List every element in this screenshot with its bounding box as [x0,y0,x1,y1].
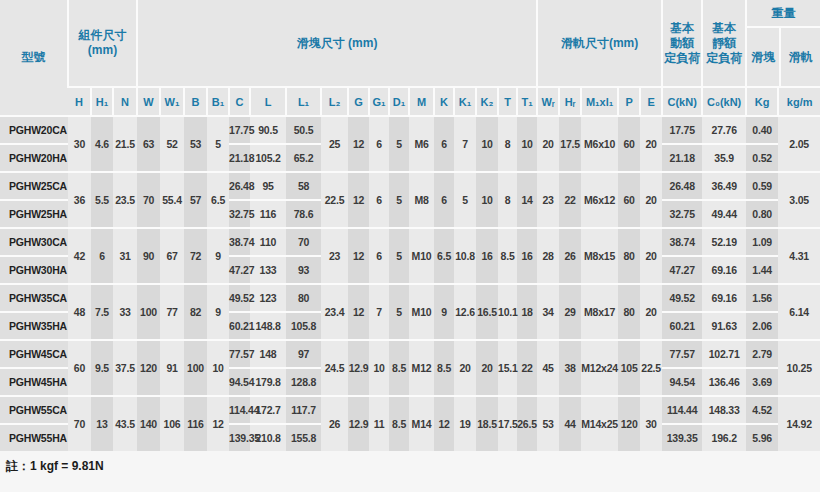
value-cell: 94.54 [229,368,250,396]
value-cell: 35.9 [702,144,746,172]
col-header: C [229,87,250,116]
col-header: B [184,87,207,116]
table-row: PGHW20CA304.621.5635253517.7590.550.5251… [0,116,820,144]
weight-sub-block: 滑塊 [747,28,779,86]
value-cell: 10.8 [454,228,476,284]
value-cell: 3.69 [746,368,778,396]
value-cell: 17.75 [229,116,250,144]
value-cell: 26.5 [517,396,537,451]
value-cell: M14 [409,396,434,451]
value-cell: 0.40 [746,116,778,144]
value-cell: 33 [113,284,137,340]
value-cell: 117.7 [286,396,321,424]
value-cell: 128.8 [286,368,321,396]
table-row: PGHW25CA365.523.57055.4576.526.48955822.… [0,172,820,200]
value-cell: 69.16 [702,256,746,284]
model-cell: PGHW30HA [0,256,68,284]
value-cell: 0.80 [746,200,778,228]
value-cell: 6 [434,116,454,172]
col-header: K₂ [476,87,498,116]
value-cell: 32.75 [229,200,250,228]
value-cell: 105.8 [286,312,321,340]
col-header: G₁ [369,87,389,116]
value-cell: 77.57 [662,340,702,368]
value-cell: 57 [184,172,207,228]
model-cell: PGHW35CA [0,284,68,312]
value-cell: 2.79 [746,340,778,368]
value-cell: 21.18 [662,144,702,172]
col-header: Hᵣ [559,87,581,116]
value-cell: 29 [559,284,581,340]
value-cell: 55.4 [160,172,184,228]
col-header: K₁ [454,87,476,116]
value-cell: 10 [476,116,498,172]
assembly-label-line2: (mm) [88,43,117,57]
col-header: G [348,87,369,116]
value-cell: 70 [286,228,321,256]
value-cell: 6 [91,228,113,284]
value-cell: 2.06 [746,312,778,340]
value-cell: 210.8 [250,424,286,451]
value-cell: 12.9 [348,396,369,451]
spec-table: 型號 組件尺寸 (mm) 滑塊尺寸 (mm) 滑軌尺寸(mm) 基本 動額 定負… [0,0,820,451]
col-header: W₁ [160,87,184,116]
value-cell: 22.5 [640,340,662,396]
value-cell: 116 [250,200,286,228]
col-header: H₁ [91,87,113,116]
value-cell: 15.1 [498,340,517,396]
value-cell: 120 [137,340,160,396]
value-cell: 10.25 [778,340,820,396]
model-cell: PGHW25HA [0,200,68,228]
value-cell: 6.5 [207,172,229,228]
value-cell: 9 [207,284,229,340]
value-cell: 148.8 [250,312,286,340]
value-cell: 5 [389,284,409,340]
value-cell: 80 [618,228,640,284]
value-cell: 67 [160,228,184,284]
value-cell: 97 [286,340,321,368]
value-cell: 12 [348,284,369,340]
value-cell: 44 [559,396,581,451]
weight-sub-rail: 滑軌 [779,28,820,86]
value-cell: 116 [184,396,207,451]
model-cell: PGHW55CA [0,396,68,424]
value-cell: 27.76 [702,116,746,144]
col-header: B₁ [207,87,229,116]
value-cell: 95 [250,172,286,200]
value-cell: 77.57 [229,340,250,368]
value-cell: M6x10 [581,116,618,172]
group-header-dynamic-load: 基本 動額 定負荷 [662,0,702,87]
value-cell: 38 [559,340,581,396]
value-cell: 90 [137,228,160,284]
value-cell: 5.5 [91,172,113,228]
value-cell: 5 [454,172,476,228]
group-header-weight: 重量 滑塊 滑軌 [746,0,820,87]
value-cell: 21.5 [113,116,137,172]
col-header: M₁xl₁ [581,87,618,116]
value-cell: 9.5 [91,340,113,396]
value-cell: 60 [618,172,640,228]
value-cell: 12.9 [348,340,369,396]
col-header: L₂ [321,87,348,116]
value-cell: 14.92 [778,396,820,451]
value-cell: 6.5 [434,228,454,284]
value-cell: 26.48 [229,172,250,200]
table-row: PGHW30CA42631906772938.7411070231265M106… [0,228,820,256]
value-cell: 3.05 [778,172,820,228]
value-cell: 60 [618,116,640,172]
value-cell: 139.35 [229,424,250,451]
group-header-assembly-dims: 組件尺寸 (mm) [68,0,137,87]
value-cell: 72 [184,228,207,284]
value-cell: 38.74 [229,228,250,256]
col-header: Kg [746,87,778,116]
value-cell: 105 [618,340,640,396]
value-cell: 90.5 [250,116,286,144]
header-group-row: 型號 組件尺寸 (mm) 滑塊尺寸 (mm) 滑軌尺寸(mm) 基本 動額 定負… [0,0,820,87]
value-cell: 49.52 [662,284,702,312]
col-header: D₁ [389,87,409,116]
value-cell: 10.1 [498,284,517,340]
value-cell: 100 [137,284,160,340]
value-cell: M12 [409,340,434,396]
value-cell: 5 [207,116,229,172]
value-cell: 6 [434,172,454,228]
